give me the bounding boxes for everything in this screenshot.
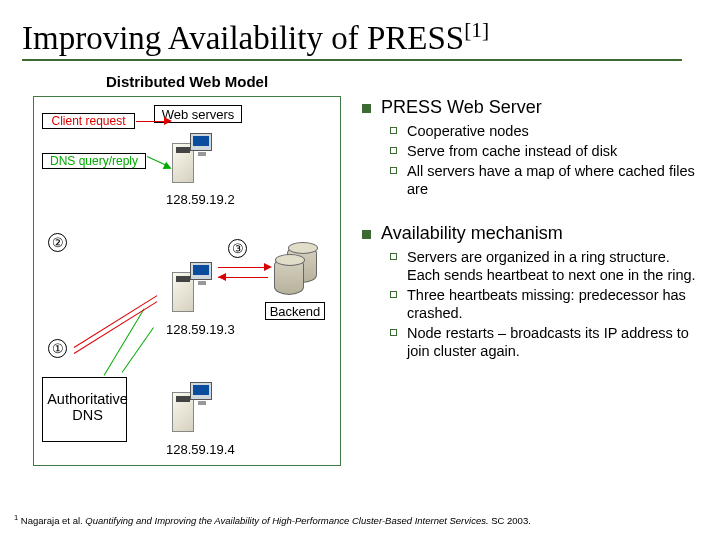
arrow-red (74, 301, 158, 354)
client-request-box: Client request (42, 113, 135, 129)
bullet-open-square-icon (390, 127, 397, 134)
server-icon (172, 133, 212, 189)
auth-dns-text: Authoritative DNS (46, 392, 129, 424)
disk-icon (274, 257, 304, 295)
right-column: PRESS Web Server Cooperative nodes Serve… (362, 73, 698, 362)
dns-query-box: DNS query/reply (42, 153, 146, 169)
footnote-authors: Nagaraja et al. (18, 515, 85, 526)
ip-label-3: 128.59.19.4 (166, 442, 235, 457)
bullet-square-icon (362, 104, 371, 113)
arrow-green (122, 327, 154, 373)
footnote-tail: SC 2003. (489, 515, 531, 526)
authoritative-dns-box: Authoritative DNS (42, 377, 127, 442)
title-text: Improving Availability of PRESS (22, 20, 464, 56)
server-icon (172, 262, 212, 318)
arrow-red-head (164, 117, 172, 125)
footnote: 1 Nagaraja et al. Quantifying and Improv… (14, 513, 531, 526)
left-heading: Distributed Web Model (22, 73, 352, 90)
bullet-l2: Serve from cache instead of disk (390, 142, 698, 160)
backend-label: Backend (265, 302, 325, 320)
slide-title: Improving Availability of PRESS[1] (22, 18, 698, 57)
diagram: Client request DNS query/reply Web serve… (33, 96, 341, 466)
slide: Improving Availability of PRESS[1] Distr… (0, 0, 720, 540)
arrow-red (218, 267, 268, 268)
title-superscript: [1] (464, 18, 489, 42)
arrow-red-head (264, 263, 272, 271)
arrow-red-head (218, 273, 226, 281)
columns: Distributed Web Model Client request DNS… (22, 73, 698, 466)
arrow-green (104, 308, 145, 375)
circle-1: ① (48, 339, 67, 358)
bullet-l1: Availability mechanism (362, 223, 698, 244)
bullet-l2: Node restarts – broadcasts its IP addres… (390, 324, 698, 360)
bullet-text: PRESS Web Server (381, 97, 542, 118)
bullet-open-square-icon (390, 167, 397, 174)
bullet-open-square-icon (390, 147, 397, 154)
circle-3: ③ (228, 239, 247, 258)
bullet-square-icon (362, 230, 371, 239)
title-rule (22, 59, 682, 61)
bullet-l1: PRESS Web Server (362, 97, 698, 118)
ip-label-1: 128.59.19.2 (166, 192, 235, 207)
bullet-l2: All servers have a map of where cached f… (390, 162, 698, 198)
bullet-l2: Cooperative nodes (390, 122, 698, 140)
ip-label-2: 128.59.19.3 (166, 322, 235, 337)
bullet-l2: Servers are organized in a ring structur… (390, 248, 698, 284)
server-icon (172, 382, 212, 438)
bullet-l2: Three heartbeats missing: predecessor ha… (390, 286, 698, 322)
bullet-open-square-icon (390, 291, 397, 298)
spacer (362, 201, 698, 217)
bullet-open-square-icon (390, 253, 397, 260)
bullet-text: Availability mechanism (381, 223, 563, 244)
left-column: Distributed Web Model Client request DNS… (22, 73, 352, 466)
circle-2: ② (48, 233, 67, 252)
bullet-open-square-icon (390, 329, 397, 336)
footnote-title: Quantifying and Improving the Availabili… (85, 515, 488, 526)
